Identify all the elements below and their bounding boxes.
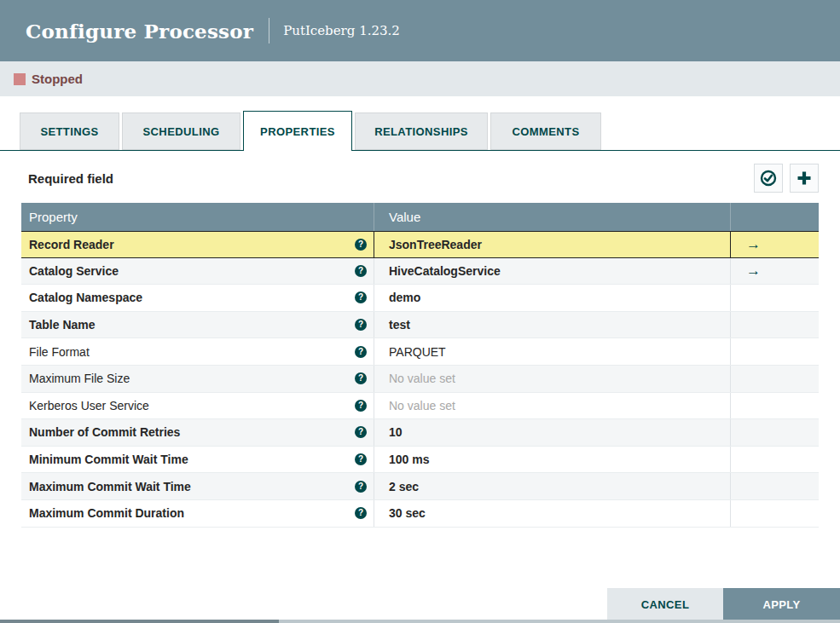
- tab-settings[interactable]: SETTINGS: [20, 112, 119, 150]
- property-value-cell[interactable]: 10: [374, 419, 730, 446]
- row-actions-cell: →: [730, 258, 819, 285]
- property-row[interactable]: Maximum File Size?No value set: [21, 366, 819, 393]
- dialog-header: Configure Processor PutIceberg 1.23.2: [0, 0, 840, 61]
- property-value: 30 sec: [389, 506, 426, 520]
- property-row[interactable]: Kerberos User Service?No value set: [21, 393, 819, 420]
- column-header-property: Property: [21, 203, 374, 231]
- property-name: Number of Commit Retries: [29, 425, 180, 439]
- status-bar: Stopped: [0, 61, 840, 96]
- property-value-cell[interactable]: 2 sec: [374, 473, 730, 499]
- property-value: 2 sec: [389, 480, 419, 493]
- goto-service-arrow-icon[interactable]: →: [746, 237, 761, 251]
- question-mark-icon[interactable]: ?: [355, 372, 367, 384]
- property-name-cell: Table Name?: [21, 312, 374, 338]
- property-value: demo: [389, 291, 420, 304]
- property-row[interactable]: Maximum Commit Wait Time?2 sec: [21, 473, 819, 500]
- property-row[interactable]: Minimum Commit Wait Time?100 ms: [21, 447, 819, 474]
- question-mark-icon[interactable]: ?: [355, 265, 367, 277]
- question-mark-icon[interactable]: ?: [355, 291, 367, 303]
- property-value-cell[interactable]: demo: [374, 285, 730, 311]
- row-actions-cell: [730, 312, 819, 338]
- property-name: Maximum Commit Wait Time: [29, 480, 191, 493]
- row-actions-cell: [730, 419, 819, 446]
- row-actions-cell: [730, 285, 819, 311]
- required-field-note: Required field: [28, 171, 113, 186]
- property-value: JsonTreeReader: [389, 238, 482, 251]
- property-row[interactable]: Maximum Commit Duration?30 sec: [21, 500, 819, 528]
- property-value-cell[interactable]: JsonTreeReader: [374, 232, 730, 257]
- plus-icon: [796, 170, 813, 187]
- question-mark-icon[interactable]: ?: [355, 400, 367, 412]
- property-name-cell: Maximum Commit Wait Time?: [21, 473, 374, 499]
- tab-comments[interactable]: COMMENTS: [490, 112, 601, 150]
- stopped-status-label: Stopped: [32, 72, 83, 86]
- property-value: 10: [389, 425, 403, 439]
- property-value-cell[interactable]: 30 sec: [374, 500, 730, 527]
- property-name-cell: Maximum File Size?: [21, 366, 374, 392]
- question-mark-icon[interactable]: ?: [355, 507, 367, 519]
- row-actions-cell: [730, 338, 819, 365]
- question-mark-icon[interactable]: ?: [355, 426, 367, 438]
- stopped-status-icon: [14, 73, 26, 85]
- property-name-cell: Minimum Commit Wait Time?: [21, 447, 374, 473]
- property-name: Kerberos User Service: [29, 399, 149, 412]
- property-value: No value set: [389, 399, 455, 412]
- row-actions-cell: [730, 473, 819, 499]
- question-mark-icon[interactable]: ?: [355, 319, 367, 331]
- property-row[interactable]: Catalog Namespace?demo: [21, 285, 819, 312]
- apply-button[interactable]: APPLY: [723, 588, 840, 620]
- property-value-cell[interactable]: HiveCatalogService: [374, 258, 730, 285]
- property-value-cell[interactable]: PARQUET: [374, 338, 730, 365]
- add-property-button[interactable]: [790, 164, 819, 193]
- table-header-row: Property Value: [21, 203, 819, 231]
- property-row[interactable]: Number of Commit Retries?10: [21, 419, 819, 447]
- dialog-title: Configure Processor: [26, 20, 253, 43]
- goto-service-arrow-icon[interactable]: →: [746, 263, 761, 278]
- property-name: Record Reader: [29, 238, 114, 251]
- property-value-cell[interactable]: test: [374, 312, 730, 338]
- property-value: 100 ms: [389, 453, 429, 466]
- property-row[interactable]: Table Name?test: [21, 312, 819, 339]
- table-body: Record Reader?JsonTreeReader→Catalog Ser…: [21, 231, 819, 528]
- toolbar-buttons: [747, 164, 819, 193]
- property-row[interactable]: Catalog Service?HiveCatalogService→: [21, 258, 819, 286]
- property-name-cell: Catalog Namespace?: [21, 285, 374, 311]
- property-row[interactable]: Record Reader?JsonTreeReader→: [21, 231, 819, 258]
- row-actions-cell: [730, 447, 819, 473]
- verify-properties-button[interactable]: [754, 164, 783, 193]
- property-name: Catalog Namespace: [29, 291, 142, 304]
- column-header-value: Value: [374, 203, 730, 231]
- property-value: test: [389, 318, 410, 332]
- row-actions-cell: →: [730, 232, 819, 257]
- tab-properties[interactable]: PROPERTIES: [243, 111, 352, 151]
- scrollbar-thumb[interactable]: [0, 620, 279, 623]
- properties-table: Property Value Record Reader?JsonTreeRea…: [21, 203, 819, 528]
- property-value-cell[interactable]: No value set: [374, 393, 730, 419]
- question-mark-icon[interactable]: ?: [355, 453, 367, 465]
- question-mark-icon[interactable]: ?: [355, 239, 367, 251]
- property-value: HiveCatalogService: [389, 264, 501, 278]
- property-row[interactable]: File Format?PARQUET: [21, 338, 819, 366]
- property-name: Minimum Commit Wait Time: [29, 453, 188, 466]
- tab-relationships[interactable]: RELATIONSHIPS: [355, 112, 488, 150]
- question-mark-icon[interactable]: ?: [355, 481, 367, 493]
- property-value-cell[interactable]: No value set: [374, 366, 730, 392]
- property-name-cell: Number of Commit Retries?: [21, 419, 374, 446]
- property-name-cell: Kerberos User Service?: [21, 393, 374, 419]
- property-name: Maximum Commit Duration: [29, 506, 184, 520]
- property-value: No value set: [389, 372, 455, 385]
- column-header-actions: [730, 203, 819, 231]
- row-actions-cell: [730, 393, 819, 419]
- processor-name-version: PutIceberg 1.23.2: [283, 23, 400, 38]
- horizontal-scrollbar[interactable]: [0, 620, 840, 623]
- question-mark-icon[interactable]: ?: [355, 346, 367, 358]
- property-name-cell: File Format?: [21, 338, 374, 365]
- property-name-cell: Maximum Commit Duration?: [21, 500, 374, 527]
- property-name: Catalog Service: [29, 264, 119, 278]
- property-value: PARQUET: [389, 345, 446, 359]
- tab-bar: SETTINGSSCHEDULINGPROPERTIESRELATIONSHIP…: [0, 111, 840, 151]
- tab-scheduling[interactable]: SCHEDULING: [122, 112, 240, 150]
- property-value-cell[interactable]: 100 ms: [374, 447, 730, 473]
- cancel-button[interactable]: CANCEL: [607, 588, 723, 620]
- property-name-cell: Catalog Service?: [21, 258, 374, 285]
